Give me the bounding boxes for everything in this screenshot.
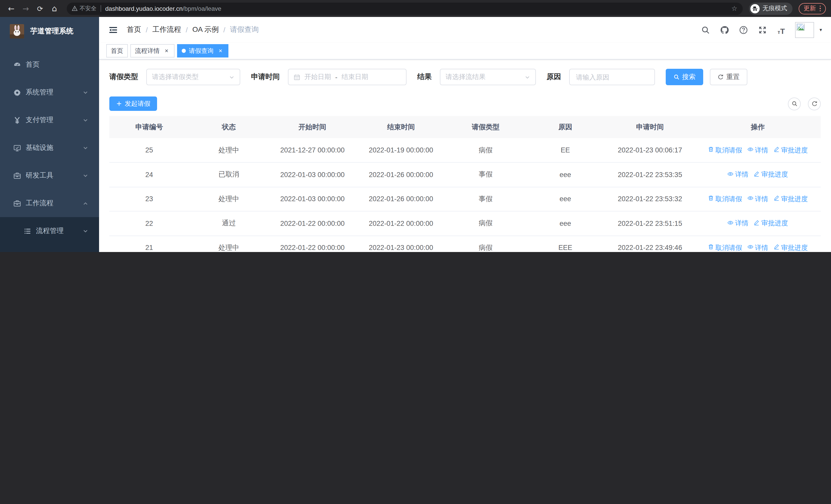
field-label-leave-type: 请假类型 <box>109 72 138 82</box>
sidebar-item-label: 基础设施 <box>26 143 83 152</box>
address-bar[interactable]: 不安全 dashboard.yudao.iocoder.cn /bpm/oa/l… <box>67 2 742 14</box>
github-icon[interactable] <box>719 25 729 35</box>
cell-status: 处理中 <box>189 236 268 252</box>
avatar-caret-icon[interactable]: ▼ <box>819 27 823 32</box>
progress-action-link[interactable]: 审批进度 <box>774 195 808 204</box>
home-icon[interactable]: ⌂ <box>48 2 61 14</box>
cancel-action-link[interactable]: 取消请假 <box>708 243 742 252</box>
refresh-table-button[interactable] <box>808 97 821 110</box>
breadcrumb-separator: / <box>223 26 225 34</box>
browser-chrome: ← → ⟳ ⌂ 不安全 dashboard.yudao.iocoder.cn /… <box>0 0 831 17</box>
apply-time-range-picker[interactable]: 开始日期 - 结束日期 <box>288 69 406 85</box>
bookmark-star-icon[interactable]: ☆ <box>732 5 737 12</box>
show-search-button[interactable] <box>788 97 801 110</box>
pen-icon <box>754 220 760 227</box>
sidebar-collapse-icon[interactable] <box>107 24 119 35</box>
result-select[interactable]: 请选择流结果 <box>440 69 536 85</box>
update-button[interactable]: 更新 <box>798 3 826 14</box>
eye-icon <box>747 146 753 154</box>
trash-icon <box>708 244 714 252</box>
search-button[interactable]: 搜索 <box>666 69 703 85</box>
pen-icon <box>774 244 780 252</box>
fullscreen-icon[interactable] <box>757 25 767 35</box>
detail-action-link[interactable]: 详情 <box>747 195 768 204</box>
tab-请假查询[interactable]: 请假查询× <box>177 44 228 58</box>
pen-icon <box>774 195 780 203</box>
tab-流程详情[interactable]: 流程详情× <box>131 44 174 58</box>
reload-icon[interactable]: ⟳ <box>34 2 46 14</box>
sidebar-item-4-monitor[interactable]: 基础设施 <box>0 134 99 162</box>
action-label: 取消请假 <box>716 195 742 204</box>
toolbox-icon <box>13 199 21 207</box>
sidebar-item-2-gear[interactable]: 系统管理 <box>0 79 99 106</box>
table-row: 21处理中2022-01-22 00:00:002022-01-23 00:00… <box>109 236 821 252</box>
create-leave-button[interactable]: 发起请假 <box>109 96 157 111</box>
browser-menu-icon[interactable] <box>820 6 821 11</box>
column-header: 开始时间 <box>269 116 356 138</box>
url-path: /bpm/oa/leave <box>183 5 732 12</box>
column-header: 结束时间 <box>356 116 446 138</box>
tab-close-icon[interactable]: × <box>163 48 170 54</box>
cell-id: 25 <box>109 138 189 162</box>
action-label: 审批进度 <box>762 219 788 228</box>
cell-start: 2021-12-27 00:00:00 <box>269 138 356 162</box>
cell-applied: 2022-01-22 23:51:15 <box>605 211 695 236</box>
cell-status: 处理中 <box>189 187 268 211</box>
progress-action-link[interactable]: 审批进度 <box>774 243 808 252</box>
cell-id: 23 <box>109 187 189 211</box>
breadcrumb-item[interactable]: OA 示例 <box>193 25 219 34</box>
search-icon[interactable] <box>700 25 710 35</box>
detail-action-link[interactable]: 详情 <box>727 170 749 179</box>
detail-action-link[interactable]: 详情 <box>727 219 749 228</box>
eye-icon <box>727 220 734 227</box>
tab-首页[interactable]: 首页 <box>106 44 128 58</box>
start-date-placeholder: 开始日期 <box>305 72 331 82</box>
sidebar-item-5-toolbox[interactable]: 研发工具 <box>0 162 99 189</box>
progress-action-link[interactable]: 审批进度 <box>774 146 808 155</box>
sidebar-item-3-yen[interactable]: 支付管理 <box>0 106 99 134</box>
plus-icon <box>116 100 122 107</box>
security-warning[interactable]: 不安全 <box>72 5 96 12</box>
sidebar-item-6-toolbox[interactable]: 工作流程 <box>0 189 99 217</box>
reason-input-wrap <box>569 69 655 85</box>
detail-action-link[interactable]: 详情 <box>747 243 768 252</box>
tab-close-icon[interactable]: × <box>217 48 224 54</box>
forward-icon[interactable]: → <box>20 2 32 14</box>
breadcrumb-item[interactable]: 首页 <box>127 25 141 34</box>
breadcrumb-item[interactable]: 工作流程 <box>152 25 181 34</box>
sidebar-item-7-list[interactable]: 流程管理 <box>0 217 99 245</box>
sidebar-item-label: 流程管理 <box>36 226 83 236</box>
font-size-icon[interactable]: тT <box>776 25 786 35</box>
progress-action-link[interactable]: 审批进度 <box>754 219 788 228</box>
sidebar-item-8-flow[interactable]: 任务管理 <box>0 245 99 252</box>
question-icon[interactable] <box>738 25 748 35</box>
table-row: 23处理中2022-01-03 00:00:002022-01-26 00:00… <box>109 187 821 211</box>
cell-applied: 2022-01-22 23:53:35 <box>605 162 695 187</box>
cell-type: 病假 <box>446 211 525 236</box>
action-label: 审批进度 <box>762 170 788 179</box>
breadcrumb-separator: / <box>186 26 188 34</box>
toolbox-icon <box>13 171 21 180</box>
cell-start: 2022-01-03 00:00:00 <box>269 162 356 187</box>
action-label: 取消请假 <box>716 243 742 252</box>
range-separator: - <box>335 73 338 81</box>
cell-type: 病假 <box>446 236 525 252</box>
reason-input[interactable] <box>575 72 649 81</box>
refresh-icon <box>718 74 724 80</box>
cell-end: 2022-01-26 00:00:00 <box>356 162 446 187</box>
filter-form: 请假类型 请选择请假类型 申请时间 开始日期 - 结束日期 结果 <box>109 69 821 85</box>
cell-applied: 2022-01-23 00:06:17 <box>605 138 695 162</box>
action-label: 取消请假 <box>716 146 742 155</box>
column-header: 原因 <box>525 116 605 138</box>
back-icon[interactable]: ← <box>5 2 18 14</box>
cancel-action-link[interactable]: 取消请假 <box>708 195 742 204</box>
sidebar-item-1-dashboard[interactable]: 首页 <box>0 51 99 79</box>
detail-action-link[interactable]: 详情 <box>747 146 768 155</box>
reset-button[interactable]: 重置 <box>710 69 747 85</box>
cancel-action-link[interactable]: 取消请假 <box>708 146 742 155</box>
leave-type-select[interactable]: 请选择请假类型 <box>146 69 240 85</box>
url-host: dashboard.yudao.iocoder.cn <box>105 5 183 12</box>
action-label: 详情 <box>755 243 768 252</box>
avatar[interactable] <box>795 22 814 38</box>
progress-action-link[interactable]: 审批进度 <box>754 170 788 179</box>
